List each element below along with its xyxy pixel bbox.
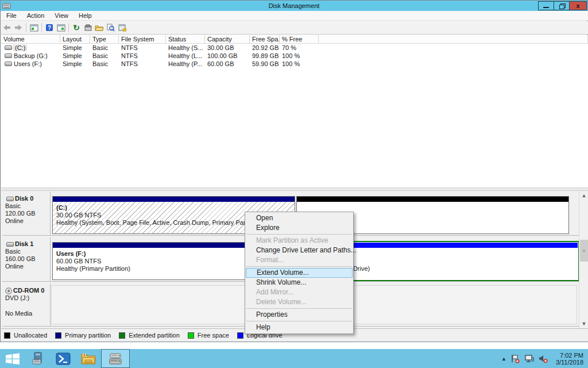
scroll-down-icon[interactable]: ▼ xyxy=(579,319,588,328)
disk-management-taskbar-button[interactable] xyxy=(101,349,130,368)
volume-free-space: 20.92 GB xyxy=(250,44,280,51)
open-folder-icon[interactable] xyxy=(94,22,105,33)
disk0-label[interactable]: Disk 0 Basic 120.00 GB Online xyxy=(2,191,51,235)
volume-type: Basic xyxy=(90,60,119,67)
clock[interactable]: 7:02 PM 3/11/2018 xyxy=(552,352,583,366)
forward-icon[interactable] xyxy=(13,22,24,33)
restore-button[interactable] xyxy=(554,1,570,10)
svg-text:?: ? xyxy=(48,25,51,31)
volume-layout: Simple xyxy=(60,60,90,67)
show-hidden-icons-arrow[interactable]: ▲ xyxy=(501,356,506,362)
menu-item-properties[interactable]: Properties xyxy=(245,310,353,320)
menu-view[interactable]: View xyxy=(49,12,74,19)
minimize-icon xyxy=(543,7,549,8)
volume-icon xyxy=(5,45,12,50)
primary-partition-swatch xyxy=(55,332,61,339)
tray-time: 7:02 PM xyxy=(556,352,583,359)
volume-row-backup[interactable]: Backup (G:) Simple Basic NTFS Healthy (L… xyxy=(1,52,588,60)
menu-item-open[interactable]: Open xyxy=(245,213,353,223)
screen: Disk Management x File Action View Help xyxy=(0,0,588,368)
server-manager-button[interactable] xyxy=(25,349,51,368)
refresh-icon[interactable]: ↻ xyxy=(71,22,82,33)
powershell-button[interactable] xyxy=(51,349,76,368)
network-icon[interactable] xyxy=(524,354,534,363)
disk-size: 160.00 GB xyxy=(5,255,50,263)
volume-fs: NTFS xyxy=(119,44,166,51)
volume-layout: Simple xyxy=(60,44,90,51)
snapin-icon[interactable] xyxy=(117,22,128,33)
disk-kind: Basic xyxy=(5,248,50,255)
properties-icon[interactable] xyxy=(82,22,94,33)
file-explorer-icon xyxy=(80,352,96,365)
disk-name: Disk 1 xyxy=(15,240,33,248)
volume-free-space: 99.89 GB xyxy=(250,52,280,59)
menu-item-explore[interactable]: Explore xyxy=(245,223,353,233)
volume-type: Basic xyxy=(90,44,119,51)
toolbar: ? ↻ xyxy=(1,21,588,34)
volume-free-space: 59.90 GB xyxy=(250,60,280,67)
menu-item-shrink-volume[interactable]: Shrink Volume... xyxy=(245,278,353,288)
minimize-button[interactable] xyxy=(538,1,554,10)
toolbar-separator xyxy=(26,23,26,32)
volume-capacity: 30.00 GB xyxy=(205,44,250,51)
console-window-icon[interactable] xyxy=(28,22,40,33)
notifications-flag-icon[interactable] xyxy=(510,354,520,363)
column-header-percent-free[interactable]: % Free xyxy=(280,35,319,43)
column-header-capacity[interactable]: Capacity xyxy=(205,35,250,43)
back-icon[interactable] xyxy=(1,22,13,33)
start-button[interactable] xyxy=(0,349,25,368)
disk-icon xyxy=(6,242,14,247)
free-space-swatch xyxy=(188,332,194,339)
taskbar: ▲ 7:02 PM 3/11/2018 xyxy=(0,349,588,368)
volume-capacity: 100.00 GB xyxy=(205,52,250,59)
volume-layout: Simple xyxy=(60,52,90,59)
column-header-filler xyxy=(319,35,588,43)
column-header-free-space[interactable]: Free Spa... xyxy=(250,35,280,43)
scrollbar-thumb[interactable]: ≡ xyxy=(580,240,588,262)
disk-size: 120.00 GB xyxy=(5,210,50,217)
context-menu: Open Explore Mark Partition as Active Ch… xyxy=(245,212,354,334)
menu-help[interactable]: Help xyxy=(74,12,97,19)
disk-name: Disk 0 xyxy=(15,195,33,202)
toolbar-separator xyxy=(68,23,69,32)
column-header-file-system[interactable]: File System xyxy=(119,35,166,43)
close-button[interactable]: x xyxy=(569,1,587,10)
menu-action[interactable]: Action xyxy=(22,12,50,19)
system-tray: ▲ 7:02 PM 3/11/2018 xyxy=(501,349,588,368)
cdrom-label[interactable]: CD-ROM 0 DVD (J:) No Media xyxy=(2,283,51,326)
volume-status: Healthy (P... xyxy=(166,60,205,67)
column-header-volume[interactable]: Volume xyxy=(1,35,60,43)
menu-file[interactable]: File xyxy=(1,12,22,19)
volume-fs: NTFS xyxy=(119,52,166,59)
column-header-layout[interactable]: Layout xyxy=(60,35,90,43)
vertical-scrollbar[interactable]: ▲ ≡ ▼ xyxy=(579,191,588,328)
volume-fs: NTFS xyxy=(119,60,166,67)
menu-separator xyxy=(246,308,352,309)
volume-percent-free: 70 % xyxy=(280,44,319,51)
volume-percent-free: 100 % xyxy=(280,60,319,67)
search-icon[interactable] xyxy=(105,22,117,33)
volume-list-header: Volume Layout Type File System Status Ca… xyxy=(1,35,588,44)
show-window-icon[interactable] xyxy=(55,22,67,33)
help-icon[interactable]: ? xyxy=(44,22,55,33)
restore-icon xyxy=(559,3,564,8)
file-explorer-button[interactable] xyxy=(76,349,101,368)
extended-partition-swatch xyxy=(119,332,125,339)
legend-extended: Extended partition xyxy=(129,332,180,339)
menu-item-format: Format... xyxy=(245,255,353,265)
volume-row-c[interactable]: (C:) Simple Basic NTFS Healthy (S... 30.… xyxy=(1,44,588,52)
scroll-up-icon[interactable]: ▲ xyxy=(579,191,588,200)
powershell-icon xyxy=(56,352,71,365)
menu-item-extend-volume[interactable]: Extend Volume... xyxy=(246,268,353,278)
toolbar-separator xyxy=(41,23,42,32)
menu-item-delete-volume: Delete Volume... xyxy=(245,297,353,307)
menu-item-help[interactable]: Help xyxy=(245,323,353,332)
volume-muted-icon[interactable] xyxy=(538,354,548,363)
disk1-label[interactable]: Disk 1 Basic 160.00 GB Online xyxy=(2,237,51,281)
menu-separator xyxy=(246,266,352,267)
volume-row-users[interactable]: Users (F:) Simple Basic NTFS Healthy (P.… xyxy=(1,60,588,68)
windows-logo-icon xyxy=(5,352,20,365)
column-header-status[interactable]: Status xyxy=(166,35,205,43)
menu-item-change-drive-letter[interactable]: Change Drive Letter and Paths... xyxy=(245,246,353,255)
column-header-type[interactable]: Type xyxy=(90,35,119,43)
